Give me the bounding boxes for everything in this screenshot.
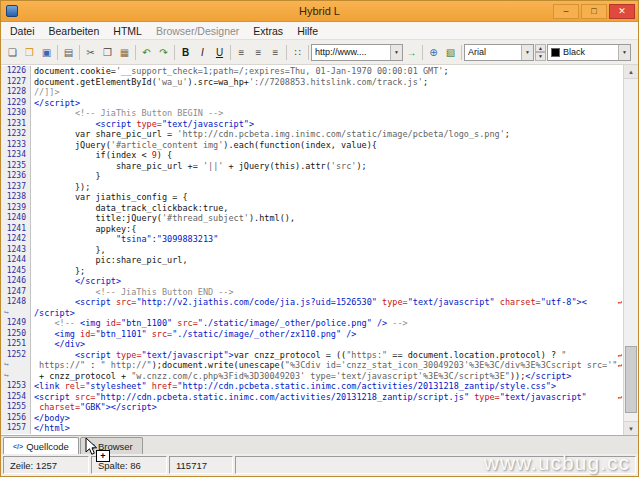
vertical-scrollbar[interactable]: ▲ ▼: [623, 65, 638, 435]
url-input-value[interactable]: http://www....: [312, 47, 390, 57]
text-color-select-dropdown-button[interactable]: ▼: [618, 45, 630, 60]
undo-icon[interactable]: ↶: [138, 44, 155, 61]
code-line[interactable]: </script>: [31, 98, 623, 109]
line-number: 1231: [1, 119, 31, 130]
code-token: 'src': [331, 161, 357, 171]
menu-hilfe[interactable]: Hilfe: [290, 23, 325, 39]
code-line[interactable]: <link rel="stylesheet" href="http://cdn.…: [31, 381, 623, 392]
scroll-down-button[interactable]: ▼: [624, 421, 638, 435]
code-line[interactable]: charset="GBK"></script>: [31, 402, 623, 413]
close-button[interactable]: ✕: [609, 4, 635, 19]
code-line[interactable]: </html>: [31, 423, 623, 434]
link-icon[interactable]: ⊕: [425, 44, 442, 61]
maximize-button[interactable]: □: [581, 4, 607, 19]
code-line[interactable]: };: [31, 266, 623, 277]
code-row: 1250 <img id="btn_1101" src="./static/im…: [1, 329, 623, 340]
font-select-dropdown-button[interactable]: ▼: [521, 45, 533, 60]
code-line[interactable]: </script>: [31, 276, 623, 287]
code-token: }: [34, 171, 101, 181]
code-line[interactable]: <script type="text/javascript">: [31, 119, 623, 130]
code-line[interactable]: document.getElementById('wa_u').src=wa_h…: [31, 77, 623, 88]
code-line[interactable]: <script type="text/javascript">var cnzz_…: [31, 350, 623, 361]
align-center-icon[interactable]: ≡: [250, 44, 267, 61]
cut-icon[interactable]: ✂: [82, 44, 99, 61]
font-size-up-button[interactable]: ▲: [535, 44, 546, 53]
code-editor[interactable]: 1226document.cookie='__support_check=1;p…: [1, 65, 638, 435]
code-line[interactable]: "tsina":"3099883213": [31, 234, 623, 245]
code-line[interactable]: jQuery('#article_content img').each(func…: [31, 140, 623, 151]
code-line[interactable]: title:jQuery('#thread_subject').html(),: [31, 213, 623, 224]
font-size-down-button[interactable]: ▼: [535, 52, 546, 61]
code-line[interactable]: },: [31, 245, 623, 256]
url-input[interactable]: http://www....▼: [311, 44, 403, 61]
menu-datei[interactable]: Datei: [3, 23, 42, 39]
code-line[interactable]: data_track_clickback:true,: [31, 203, 623, 214]
line-number: 1254: [1, 392, 31, 403]
scroll-up-button[interactable]: ▲: [624, 65, 638, 79]
text-color-select-value[interactable]: Black: [560, 47, 618, 57]
list-icon[interactable]: ∷: [289, 44, 306, 61]
italic-button[interactable]: I: [194, 44, 211, 61]
code-line[interactable]: </body>: [31, 413, 623, 424]
open-folder-icon[interactable]: ❒: [21, 44, 38, 61]
code-token: + jQuery(this).attr(: [223, 161, 330, 171]
menu-bearbeiten[interactable]: Bearbeiten: [42, 23, 107, 39]
menu-extras[interactable]: Extras: [246, 23, 290, 39]
save-icon[interactable]: ▣: [38, 44, 55, 61]
code-line[interactable]: <!-- JiaThis Button END -->: [31, 287, 623, 298]
code-line[interactable]: https://" : " http://");document.write(u…: [31, 360, 623, 371]
tab-quellcode[interactable]: </>Quellcode: [3, 437, 79, 454]
code-row: 1242 "tsina":"3099883213": [1, 234, 623, 245]
underline-button[interactable]: U: [211, 44, 228, 61]
font-select[interactable]: Arial▼: [464, 44, 534, 61]
font-select-value[interactable]: Arial: [465, 47, 521, 57]
code-line[interactable]: var share_pic_url = 'http://cdn.pcbeta.i…: [31, 129, 623, 140]
paste-icon[interactable]: ▦: [116, 44, 133, 61]
code-line[interactable]: share_pic_url += '||' + jQuery(this).att…: [31, 161, 623, 172]
code-line[interactable]: <img id="btn_1101" src="./static/image/_…: [31, 329, 623, 340]
minimize-button[interactable]: –: [553, 4, 579, 19]
bold-button[interactable]: B: [177, 44, 194, 61]
go-button[interactable]: →: [403, 44, 420, 61]
code-line[interactable]: document.cookie='__support_check=1;path=…: [31, 66, 623, 77]
code-token: ;: [443, 66, 448, 76]
code-token: type=: [116, 350, 142, 360]
copy-icon[interactable]: ❐: [99, 44, 116, 61]
code-line[interactable]: var jiathis_config = {: [31, 192, 623, 203]
code-line[interactable]: });: [31, 182, 623, 193]
line-number: 1252: [1, 350, 31, 361]
menu-html[interactable]: HTML: [106, 23, 149, 39]
text-color-select[interactable]: Black▼: [547, 44, 631, 61]
url-input-dropdown-button[interactable]: ▼: [390, 45, 402, 60]
code-rows[interactable]: 1226document.cookie='__support_check=1;p…: [1, 66, 623, 435]
tab-browser[interactable]: eBrowser: [80, 437, 143, 454]
print-icon[interactable]: ▤: [60, 44, 77, 61]
code-line[interactable]: pic:share_pic_url,: [31, 255, 623, 266]
line-number: 1226: [1, 66, 31, 77]
redo-icon[interactable]: ↷: [155, 44, 172, 61]
app-icon: [6, 5, 18, 17]
code-token: /script>: [34, 308, 75, 318]
code-line[interactable]: <!-- <img id="btn_1100" src="./static/im…: [31, 318, 623, 329]
code-line[interactable]: appkey:{: [31, 224, 623, 235]
code-line[interactable]: </div>: [31, 339, 623, 350]
code-line[interactable]: }: [31, 171, 623, 182]
code-line[interactable]: /script>: [31, 308, 623, 319]
align-left-icon[interactable]: ≡: [233, 44, 250, 61]
scrollbar-thumb[interactable]: [625, 346, 637, 413]
code-line[interactable]: <script src="http://cdn.pcbeta.static.in…: [31, 392, 623, 403]
code-row: 1245 };: [1, 266, 623, 277]
code-line[interactable]: + cnzz_protocol + "w.cnzz.com/c.php%3Fid…: [31, 371, 623, 382]
menu-browser-designer[interactable]: Browser/Designer: [149, 23, 246, 39]
image-icon[interactable]: ▧: [442, 44, 459, 61]
new-file-icon[interactable]: ❏: [4, 44, 21, 61]
wrap-marker: ↪: [1, 308, 31, 319]
code-line[interactable]: //]]>: [31, 87, 623, 98]
code-row: 1244 pic:share_pic_url,: [1, 255, 623, 266]
align-right-icon[interactable]: ≡: [267, 44, 284, 61]
code-line[interactable]: if(index < 9) {: [31, 150, 623, 161]
code-token: <script: [95, 119, 136, 129]
code-line[interactable]: <script src="http://v2.jiathis.com/code/…: [31, 297, 623, 308]
code-line[interactable]: <!-- JiaThis Button BEGIN -->: [31, 108, 623, 119]
code-token: type=: [136, 119, 162, 129]
